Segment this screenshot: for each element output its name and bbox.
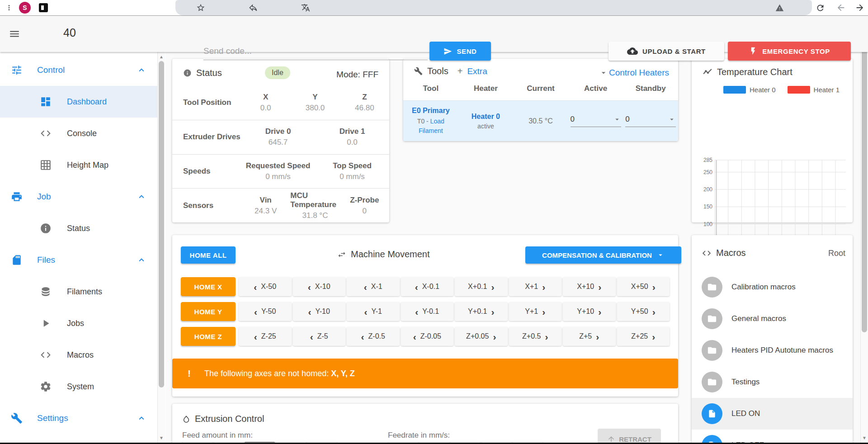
heater-name[interactable]: Heater 0 xyxy=(472,113,500,121)
move-x-plus-50-button[interactable]: X+50› xyxy=(617,277,670,296)
sidebar-group-job[interactable]: Job xyxy=(0,181,157,213)
compensation-calibration-button[interactable]: COMPENSATION & CALIBRATION xyxy=(525,246,681,264)
move-z-plus-0p5-button[interactable]: Z+0.5› xyxy=(509,327,562,346)
move-z-minus-25-button[interactable]: ‹Z-25 xyxy=(239,327,292,346)
sidebar-scrollbar-thumb[interactable] xyxy=(159,61,164,387)
move-x-plus-10-button[interactable]: X+10› xyxy=(563,277,616,296)
forward-arrow-icon[interactable] xyxy=(854,2,865,13)
control-heaters-link[interactable]: Control Heaters xyxy=(599,68,669,78)
sidebar-scrollbar[interactable]: ▲ ▼ xyxy=(157,52,165,444)
sidebar-item-system[interactable]: System xyxy=(0,371,157,402)
move-z-minus-0p05-button[interactable]: ‹Z-0.05 xyxy=(401,327,454,346)
sidebar-item-macros[interactable]: Macros xyxy=(0,339,157,371)
send-code-input[interactable] xyxy=(203,42,428,60)
sidebar-item-jobs[interactable]: Jobs xyxy=(0,307,157,339)
page-scrollbar[interactable]: ▲ ▼ xyxy=(860,16,868,444)
move-x-minus-0p1-button[interactable]: ‹X-0.1 xyxy=(401,277,454,296)
machine-mode: Mode: FFF xyxy=(336,70,378,80)
scroll-up-arrow[interactable]: ▲ xyxy=(158,53,165,60)
macro-folder-testings[interactable]: Testings xyxy=(692,366,853,398)
code-tags-icon xyxy=(40,349,52,361)
sidebar-item-filaments[interactable]: Filaments xyxy=(0,276,157,307)
app-toolbar: 40 SEND UPLOAD & START EMERGENCY STOP xyxy=(0,16,868,52)
feed-amount-label: Feed amount in mm: xyxy=(182,431,253,440)
home-all-button[interactable]: HOME ALL xyxy=(181,246,236,264)
macro-folder-heaters-pid[interactable]: Heaters PID Autotune macros xyxy=(692,335,853,366)
warning-triangle-icon[interactable] xyxy=(774,2,785,13)
move-row-x: HOME X ‹X-50 ‹X-10 ‹X-1 ‹X-0.1 X+0.1› X+… xyxy=(181,277,670,296)
move-y-minus-1-button[interactable]: ‹Y-1 xyxy=(347,302,400,321)
home-z-button[interactable]: HOME Z xyxy=(181,327,236,346)
tool-row-e0[interactable]: E0 Primary T0 - Load Filament Heater 0 a… xyxy=(403,100,678,141)
grid-icon xyxy=(40,159,52,171)
sidebar-item-console[interactable]: Console xyxy=(0,118,157,149)
move-y-plus-1-button[interactable]: Y+1› xyxy=(509,302,562,321)
sidebar-group-control[interactable]: Control xyxy=(0,54,157,86)
share-arrow-icon[interactable] xyxy=(248,2,259,13)
page-scrollbar-thumb[interactable] xyxy=(862,25,867,332)
move-y-minus-0p1-button[interactable]: ‹Y-0.1 xyxy=(401,302,454,321)
macros-title: Macros xyxy=(702,248,746,258)
cloud-upload-icon xyxy=(627,46,638,57)
home-y-button[interactable]: HOME Y xyxy=(181,302,236,321)
chevron-left-icon: ‹ xyxy=(254,307,257,316)
move-z-plus-25-button[interactable]: Z+25› xyxy=(617,327,670,346)
caret-down-icon xyxy=(613,115,621,123)
tool-name[interactable]: E0 Primary xyxy=(412,107,450,115)
move-y-plus-0p1-button[interactable]: Y+0.1› xyxy=(455,302,508,321)
macro-folder-calibration[interactable]: Calibration macros xyxy=(692,271,853,303)
retract-button[interactable]: RETRACT xyxy=(598,429,661,444)
water-drop-icon xyxy=(182,415,190,423)
hamburger-menu-icon[interactable] xyxy=(7,27,22,41)
move-y-plus-10-button[interactable]: Y+10› xyxy=(563,302,616,321)
standby-temp-select[interactable]: 0 xyxy=(625,115,676,127)
translate-icon[interactable] xyxy=(300,2,311,13)
browser-profile-avatar[interactable]: S xyxy=(19,2,31,14)
move-x-minus-50-button[interactable]: ‹X-50 xyxy=(239,277,292,296)
chevron-right-icon: › xyxy=(542,307,545,316)
browser-sidepanel-icon[interactable] xyxy=(39,3,48,12)
sidebar-item-status[interactable]: Status xyxy=(0,213,157,244)
line-chart-icon xyxy=(703,67,712,77)
caret-down-icon xyxy=(599,68,608,77)
move-z-minus-0p5-button[interactable]: ‹Z-0.5 xyxy=(347,327,400,346)
send-button[interactable]: SEND xyxy=(429,42,491,61)
svg-text:150: 150 xyxy=(703,203,712,210)
tool-subtitle: T0 - Load Filament xyxy=(406,117,456,136)
sidebar-item-height-map[interactable]: Height Map xyxy=(0,149,157,181)
move-z-plus-5-button[interactable]: Z+5› xyxy=(563,327,616,346)
move-y-minus-50-button[interactable]: ‹Y-50 xyxy=(239,302,292,321)
scroll-down-arrow[interactable]: ▼ xyxy=(158,434,165,441)
browser-menu-dots-icon[interactable] xyxy=(4,2,14,13)
chevron-left-icon: ‹ xyxy=(364,282,367,292)
macros-panel: Macros Root Calibration macros General m… xyxy=(692,235,853,444)
move-x-plus-0p1-button[interactable]: X+0.1› xyxy=(455,277,508,296)
extra-link[interactable]: Extra xyxy=(467,66,487,76)
macro-folder-general[interactable]: General macros xyxy=(692,303,853,335)
bookmark-star-icon[interactable] xyxy=(195,2,206,13)
home-x-button[interactable]: HOME X xyxy=(181,277,236,296)
move-z-plus-0p05-button[interactable]: Z+0.05› xyxy=(455,327,508,346)
move-x-minus-10-button[interactable]: ‹X-10 xyxy=(293,277,346,296)
chevron-left-icon: ‹ xyxy=(254,282,257,292)
chevron-up-icon xyxy=(137,413,146,423)
move-z-minus-5-button[interactable]: ‹Z-5 xyxy=(293,327,346,346)
sidebar: Control Dashboard Console Height Map Job… xyxy=(0,52,157,444)
sidebar-group-settings[interactable]: Settings xyxy=(0,402,157,434)
emergency-stop-button[interactable]: EMERGENCY STOP xyxy=(728,42,851,61)
scroll-down-arrow[interactable]: ▼ xyxy=(861,434,868,441)
macro-file-led-on[interactable]: LED ON xyxy=(692,398,853,430)
move-x-plus-1-button[interactable]: X+1› xyxy=(509,277,562,296)
sidebar-item-dashboard[interactable]: Dashboard xyxy=(0,86,157,118)
upload-start-button[interactable]: UPLOAD & START xyxy=(609,42,724,61)
chevron-right-icon: › xyxy=(545,332,548,341)
reload-icon[interactable] xyxy=(815,2,826,13)
active-temp-select[interactable]: 0 xyxy=(571,115,621,127)
move-y-plus-50-button[interactable]: Y+50› xyxy=(617,302,670,321)
sidebar-group-files[interactable]: Files xyxy=(0,244,157,276)
move-y-minus-10-button[interactable]: ‹Y-10 xyxy=(293,302,346,321)
macro-file-led-off[interactable]: LED OFF xyxy=(692,430,853,444)
chevron-left-icon: ‹ xyxy=(308,282,311,292)
heater-state: active xyxy=(477,123,494,130)
move-x-minus-1-button[interactable]: ‹X-1 xyxy=(347,277,400,296)
